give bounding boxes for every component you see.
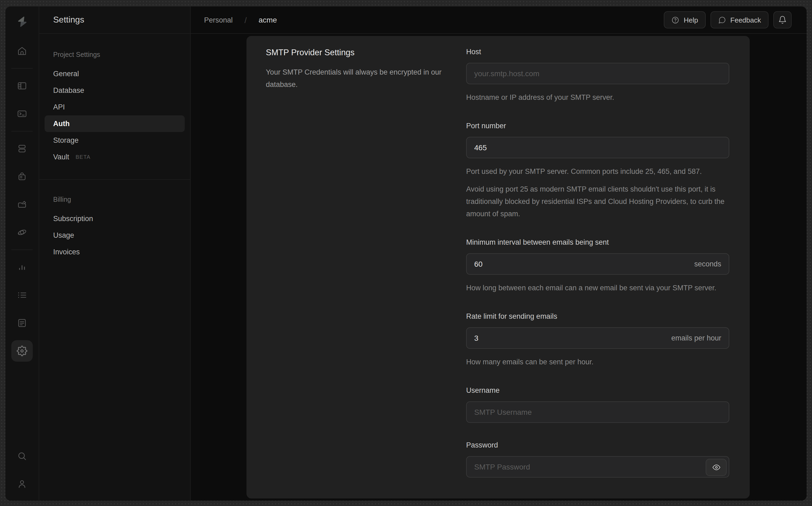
breadcrumb: Personal / acme [204, 15, 277, 24]
icon-rail [5, 6, 39, 501]
auth-button[interactable] [11, 166, 33, 187]
database-button[interactable] [11, 138, 33, 159]
sidebar-item-auth[interactable]: Auth [45, 115, 185, 132]
project-settings-section: Project Settings General Database API Au… [45, 50, 185, 165]
page-title: Settings [53, 15, 84, 25]
edge-functions-button[interactable] [11, 222, 33, 243]
username-input-wrap [466, 401, 729, 423]
search-icon [17, 451, 27, 461]
logs-icon [17, 290, 27, 301]
password-field-group: Password [466, 441, 729, 478]
eye-icon [712, 463, 721, 472]
sidebar-item-vault[interactable]: Vault BETA [45, 149, 185, 165]
breadcrumb-project[interactable]: acme [259, 15, 277, 24]
bell-icon [778, 15, 787, 24]
settings-sidebar-body: Project Settings General Database API Au… [39, 34, 190, 260]
username-input[interactable] [474, 408, 721, 416]
host-field-group: Host Hostname or IP address of your SMTP… [466, 48, 729, 103]
sidebar-item-storage[interactable]: Storage [45, 132, 185, 149]
password-input[interactable] [474, 462, 721, 471]
port-input[interactable] [474, 143, 721, 152]
settings-sidebar: Settings Project Settings General Databa… [39, 6, 191, 501]
rate-limit-input[interactable] [474, 334, 721, 342]
port-help-text-2: Avoid using port 25 as modern SMTP email… [466, 183, 729, 220]
logs-button[interactable] [11, 284, 33, 306]
edge-functions-icon [17, 227, 27, 238]
home-icon [17, 46, 27, 56]
storage-button[interactable] [11, 194, 33, 215]
sidebar-item-subscription[interactable]: Subscription [45, 210, 185, 227]
question-circle-icon [671, 16, 679, 24]
supabase-logo-icon [16, 15, 28, 28]
password-label: Password [466, 441, 729, 450]
smtp-card-intro: SMTP Provider Settings Your SMTP Credent… [266, 48, 448, 499]
account-button[interactable] [11, 473, 33, 495]
settings-button[interactable] [11, 340, 33, 362]
rail-divider [11, 250, 33, 250]
feedback-button[interactable]: Feedback [711, 11, 768, 28]
screenshot-backdrop: Settings Project Settings General Databa… [0, 0, 812, 506]
supabase-logo[interactable] [5, 6, 39, 37]
username-field-group: Username [466, 386, 729, 423]
docs-icon [17, 318, 27, 328]
password-input-wrap [466, 456, 729, 478]
interval-label: Minimum interval between emails being se… [466, 238, 729, 247]
breadcrumb-org[interactable]: Personal [204, 16, 233, 24]
host-input-wrap [466, 63, 729, 84]
sql-editor-button[interactable] [11, 103, 33, 124]
top-bar: Personal / acme Help [191, 6, 807, 34]
beta-badge: BETA [76, 154, 91, 160]
sidebar-divider [39, 179, 190, 180]
port-help-text-1: Port used by your SMTP server. Common po… [466, 165, 729, 178]
speech-bubble-icon [718, 16, 726, 24]
table-editor-button[interactable] [11, 75, 33, 97]
rate-limit-help-text: How many emails can be sent per hour. [466, 356, 729, 368]
feedback-button-label: Feedback [730, 16, 761, 24]
sql-editor-icon [17, 108, 27, 119]
breadcrumb-separator: / [245, 15, 247, 24]
port-input-wrap [466, 137, 729, 158]
sidebar-item-invoices[interactable]: Invoices [45, 244, 185, 260]
auth-lock-icon [17, 171, 27, 182]
help-button-label: Help [684, 16, 698, 24]
rail-divider [11, 68, 33, 69]
storage-icon [17, 199, 27, 210]
host-input[interactable] [474, 69, 721, 78]
reports-button[interactable] [11, 256, 33, 278]
smtp-card-form: Host Hostname or IP address of your SMTP… [466, 48, 729, 499]
rail-divider [11, 131, 33, 132]
search-button[interactable] [11, 445, 33, 467]
host-label: Host [466, 48, 729, 57]
rate-limit-label: Rate limit for sending emails [466, 312, 729, 321]
home-button[interactable] [11, 40, 33, 62]
docs-button[interactable] [11, 312, 33, 334]
settings-gear-icon [17, 346, 27, 356]
sidebar-item-api[interactable]: API [45, 99, 185, 115]
rail-bottom [11, 442, 33, 498]
help-button[interactable]: Help [664, 11, 706, 28]
reports-icon [17, 262, 27, 273]
app-window: Settings Project Settings General Databa… [5, 6, 807, 501]
page-body: SMTP Provider Settings Your SMTP Credent… [191, 34, 807, 501]
user-icon [17, 479, 27, 489]
header-actions: Help Feedback [664, 11, 792, 28]
rate-limit-input-wrap: emails per hour [466, 327, 729, 349]
host-help-text: Hostname or IP address of your SMTP serv… [466, 91, 729, 103]
section-header-billing: Billing [45, 195, 185, 204]
username-label: Username [466, 386, 729, 396]
interval-input-wrap: seconds [466, 253, 729, 275]
table-editor-icon [17, 81, 27, 91]
sidebar-item-general[interactable]: General [45, 66, 185, 82]
interval-help-text: How long between each email can a new em… [466, 282, 729, 294]
section-header-project-settings: Project Settings [45, 50, 185, 59]
panel-description: Your SMTP Credentials will always be enc… [266, 67, 446, 91]
reveal-password-button[interactable] [706, 459, 727, 476]
interval-field-group: Minimum interval between emails being se… [466, 238, 729, 294]
sidebar-item-usage[interactable]: Usage [45, 227, 185, 244]
port-field-group: Port number Port used by your SMTP serve… [466, 122, 729, 220]
settings-sidebar-header: Settings [39, 6, 190, 34]
sidebar-item-database[interactable]: Database [45, 82, 185, 99]
notifications-button[interactable] [773, 11, 792, 28]
rate-limit-field-group: Rate limit for sending emails emails per… [466, 312, 729, 368]
interval-input[interactable] [474, 260, 721, 268]
